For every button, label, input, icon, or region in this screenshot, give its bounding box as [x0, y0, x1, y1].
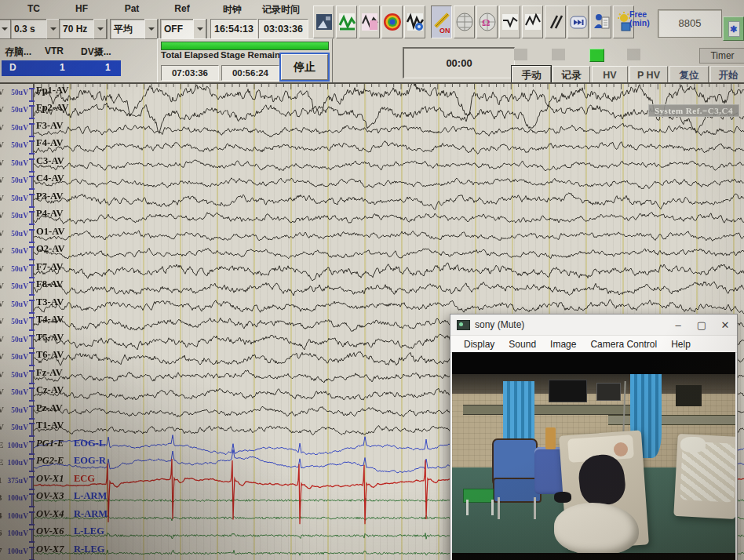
- montage-col-vtr: VTR: [45, 45, 64, 56]
- elapsed-label: Total Elapsed: [161, 50, 219, 60]
- patient-head: [614, 442, 628, 456]
- sensitivity-label: 50uV: [5, 300, 28, 308]
- channel-fragment: 3: [0, 493, 5, 502]
- indicator-2: [552, 49, 565, 60]
- sensitivity-label: 50uV: [5, 230, 28, 238]
- color-map-icon[interactable]: [381, 5, 403, 38]
- montage-selected-row[interactable]: D 1 1: [2, 60, 121, 76]
- minimize-icon[interactable]: –: [666, 315, 690, 335]
- pat-label: Pat: [108, 3, 155, 15]
- menu-image[interactable]: Image: [543, 339, 583, 350]
- tc-label: TC: [9, 3, 58, 15]
- marker-on-icon[interactable]: ON: [431, 5, 452, 38]
- ref-select[interactable]: OFF: [160, 19, 207, 39]
- dark-object: [554, 492, 571, 503]
- chevron-down-icon[interactable]: [46, 19, 60, 39]
- eeg-app-window: TC 0.3 s HF 70 Hz Pat 平均 Ref OFF 时钟 16:5…: [0, 0, 744, 560]
- wave-settings-icon[interactable]: [404, 5, 425, 38]
- sensitivity-label: 50uV: [5, 353, 28, 361]
- video-titlebar[interactable]: sony (Mute) – ▢ ✕: [450, 315, 737, 336]
- channel-fragment: V: [0, 334, 5, 344]
- video-menubar: Display Sound Image Camera Control Help: [450, 336, 737, 353]
- ref-label: Ref: [159, 3, 206, 15]
- channel-fragment: V: [0, 140, 5, 149]
- channel-fragment: 1: [0, 475, 5, 485]
- menu-display[interactable]: Display: [457, 339, 501, 350]
- photic-stim-icon[interactable]: [567, 5, 589, 38]
- stop-button[interactable]: 停止: [281, 54, 328, 80]
- photo-review-icon[interactable]: [313, 5, 334, 38]
- clock-label: 时钟: [208, 3, 257, 15]
- sensitivity-label: 50uV: [5, 141, 28, 149]
- patient-info-icon[interactable]: [590, 5, 611, 38]
- elapsed-value: 07:03:36: [161, 65, 219, 81]
- sensitivity-label: 50uV: [5, 195, 28, 202]
- bottle: [545, 427, 556, 449]
- waveform-pink-icon[interactable]: [359, 5, 380, 38]
- sensitivity-label: 50uV: [5, 371, 28, 379]
- chevron-down-icon[interactable]: [93, 19, 107, 39]
- pat-select[interactable]: 平均: [110, 19, 159, 39]
- snapshot-button[interactable]: ✱: [723, 16, 744, 41]
- channel-fragment: V: [0, 369, 5, 379]
- menu-help[interactable]: Help: [664, 339, 698, 350]
- trend-b-icon[interactable]: [522, 5, 543, 38]
- channel-fragment: V: [0, 422, 5, 431]
- timer-label: Timer: [699, 48, 744, 64]
- timer-display: 00:00: [403, 47, 515, 78]
- channel-fragment: V: [0, 87, 5, 96]
- wall-panel: [596, 383, 621, 401]
- video-content: [452, 352, 735, 560]
- sensitivity-label: 50uV: [5, 176, 28, 184]
- indicator-1: [514, 49, 527, 60]
- measure-lines-icon[interactable]: [545, 5, 566, 38]
- camera-icon: [457, 320, 470, 330]
- montage-col-dv: DV摄...: [81, 45, 111, 59]
- sensitivity-label: 100uV: [5, 529, 28, 537]
- menu-sound[interactable]: Sound: [501, 339, 543, 350]
- channel-fragment: 7: [0, 546, 5, 555]
- trend-a-icon[interactable]: [499, 5, 520, 38]
- wall-equipment: [676, 385, 701, 406]
- sensitivity-label: 100uV: [5, 494, 28, 502]
- channel-fragment: V: [0, 158, 5, 167]
- chevron-down-icon[interactable]: [144, 19, 158, 39]
- menu-camera-control[interactable]: Camera Control: [583, 339, 664, 350]
- sensitivity-label: 50uV: [5, 282, 28, 290]
- chevron-down-icon[interactable]: [193, 19, 206, 39]
- close-icon[interactable]: ✕: [713, 315, 737, 335]
- step-stool-legs: [466, 500, 494, 516]
- system-ref-badge: System Ref.=C3,C4: [648, 104, 739, 117]
- channel-fragment: V: [0, 210, 5, 220]
- channel-fragment: V: [0, 264, 5, 273]
- cut-off-select[interactable]: [0, 19, 11, 39]
- clock-display: 16:54:13: [210, 19, 257, 39]
- channel-fragment: 6: [0, 528, 5, 537]
- tc-select[interactable]: 0.3 s: [10, 19, 60, 39]
- patient-room-video: [452, 374, 735, 553]
- sensitivity-label: 50uV: [5, 406, 28, 414]
- chevron-down-icon[interactable]: [0, 20, 10, 38]
- channel-fragment: V: [0, 351, 5, 361]
- sensitivity-label: 50uV: [5, 318, 28, 325]
- sensitivity-label: 50uV: [5, 388, 28, 396]
- sensitivity-label: 50uV: [5, 159, 28, 167]
- hf-select[interactable]: 70 Hz: [59, 19, 108, 39]
- impedance-check-icon[interactable]: Ω: [476, 5, 498, 38]
- wall-rail-right: [608, 415, 735, 424]
- head-map-icon[interactable]: [454, 5, 475, 38]
- empty-bed-pillow: [680, 437, 706, 453]
- hf-label: HF: [58, 3, 105, 15]
- sensitivity-label: 100uV: [5, 512, 28, 520]
- sensitivity-label: 100uV: [5, 547, 28, 555]
- channel-fragment: V: [0, 175, 5, 184]
- indicator-4: [627, 49, 640, 60]
- channel-fragment: V: [0, 316, 5, 325]
- svg-text:ON: ON: [439, 27, 450, 35]
- maximize-icon[interactable]: ▢: [690, 315, 713, 335]
- free-minutes-value: 8805: [658, 9, 722, 38]
- montage-col-save: 存脑...: [5, 45, 31, 59]
- waveform-green-icon[interactable]: [336, 5, 357, 38]
- stage-label: Stage Remain: [221, 50, 280, 60]
- sensitivity-label: 100uV: [5, 459, 28, 467]
